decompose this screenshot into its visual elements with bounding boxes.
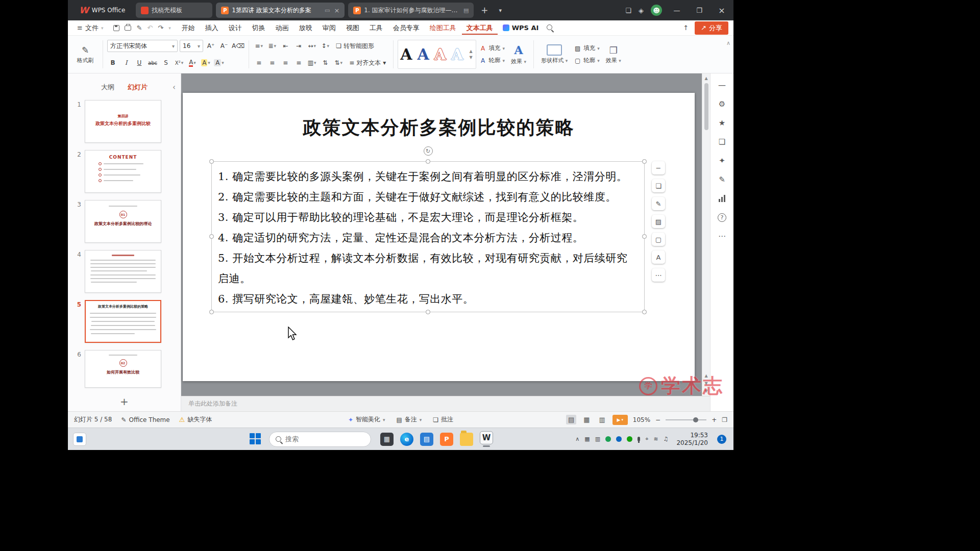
menu-insert[interactable]: 插入 [201, 21, 223, 35]
placeholder-button[interactable]: ▢ [652, 233, 665, 246]
slide-thumbnail-4[interactable]: 4 [73, 250, 179, 293]
new-tab-button[interactable]: + [477, 5, 492, 15]
collapse-tools-button[interactable]: − [652, 161, 665, 174]
vertical-scrollbar[interactable]: ▲ ▲ ▼ ▼ [702, 73, 710, 396]
collapse-ribbon-icon[interactable]: ∧ [726, 40, 730, 46]
smart-beautify-toggle[interactable]: ✦ 智能美化 ▾ [348, 415, 385, 424]
gallery-down-icon[interactable]: ▼ [469, 55, 472, 60]
align-right-button[interactable]: ≡ [280, 57, 291, 68]
wordart-gallery[interactable]: A A A A ▲ ▼ [398, 40, 476, 69]
favorites-star-icon[interactable]: ★ [717, 118, 728, 128]
menu-design[interactable]: 设计 [224, 21, 247, 35]
clear-format-button[interactable]: A⌫ [232, 40, 244, 52]
font-name-select[interactable]: 方正书宋简体 ▾ [107, 40, 178, 52]
underline-button[interactable]: U [134, 57, 145, 68]
slide-thumbnail-5[interactable]: 5 政策文本分析多案例比较的策略 [73, 300, 179, 343]
tab-template-site[interactable]: 找稿壳模板 [136, 3, 212, 18]
tab-slides[interactable]: 幻灯片 [128, 83, 148, 92]
fill-button[interactable]: ▨ [652, 215, 665, 228]
zoom-slider[interactable] [666, 419, 706, 420]
notes-placeholder[interactable]: 单击此处添加备注 [181, 396, 710, 411]
resize-handle-e[interactable] [642, 234, 647, 239]
align-left-button[interactable]: ≡ [253, 57, 264, 68]
collapse-sidebar-icon[interactable]: — [717, 81, 728, 90]
format-painter-button[interactable]: ✎ 格式刷 [72, 38, 99, 70]
line-spacing-button[interactable]: ⇅ [320, 57, 331, 68]
scrollbar-thumb[interactable] [704, 83, 708, 130]
bold-button[interactable]: B [107, 57, 118, 68]
close-button[interactable]: × [714, 6, 729, 15]
app-wps-active[interactable]: W [480, 431, 493, 447]
resize-handle-se[interactable] [642, 310, 647, 314]
shape-effects-button[interactable]: ❒ 效果 ▾ [603, 38, 624, 70]
shape-style-button[interactable]: 形状样式 ▾ [538, 38, 571, 70]
format-painter-icon[interactable]: ✎ [136, 24, 142, 32]
menu-review[interactable]: 审阅 [318, 21, 340, 35]
notes-button[interactable]: ▤ 备注 ▾ [396, 415, 422, 424]
tab-list-caret[interactable]: ▾ [496, 7, 506, 14]
slide-title[interactable]: 政策文本分析多案例比较的策略 [183, 115, 695, 140]
bullets-button[interactable]: ≡▾ [253, 40, 264, 52]
layers-button[interactable]: ❏ [652, 179, 665, 192]
increase-indent-button[interactable]: ⇥ [293, 40, 304, 52]
layout-panel-icon[interactable]: ❏ [717, 137, 728, 146]
tray-chart-icon[interactable]: ▥ [595, 436, 600, 442]
tab-outline[interactable]: 大纲 [101, 83, 114, 92]
superscript-button[interactable]: X²▾ [174, 57, 185, 68]
smart-graphic-button[interactable]: ❏ 转智能图形 [333, 40, 377, 52]
chart-stats-icon[interactable] [717, 194, 728, 203]
shape-fill-button[interactable]: ▨ 填充 ▾ [574, 43, 600, 54]
save-icon[interactable] [113, 25, 119, 31]
menu-text-tools[interactable]: 文本工具 [462, 21, 498, 35]
zoom-out-button[interactable]: − [655, 416, 660, 423]
slide-thumbnail-6[interactable]: 6 02 如何开展有效比较 [73, 350, 179, 388]
slide-canvas[interactable]: 政策文本分析多案例比较的策略 ↻ 1. 确定 [181, 73, 702, 396]
menu-home[interactable]: 开始 [177, 21, 200, 35]
slide-thumbnail-1[interactable]: 1 第四讲 政策文本分析的多案例比较 [73, 100, 179, 143]
fit-to-window-icon[interactable]: ❐ [722, 416, 727, 423]
menu-slideshow[interactable]: 放映 [295, 21, 317, 35]
wordart-style-1[interactable]: A [400, 47, 412, 62]
font-color-button[interactable]: A▾ [187, 57, 198, 68]
wordart-style-2[interactable]: A [418, 47, 429, 62]
beautify-wand-icon[interactable]: ✦ [717, 156, 728, 165]
microphone-icon[interactable] [638, 437, 640, 441]
shape-outline-button[interactable]: ▢ 轮廓 ▾ [574, 55, 600, 66]
app-edge-icon[interactable]: e [400, 433, 413, 446]
theme-button[interactable]: ✎ Office Theme [121, 416, 169, 423]
char-shading-button[interactable]: A▾ [213, 57, 225, 68]
file-menu[interactable]: ≡ 文件 ▾ [73, 23, 107, 33]
hidden-icons-chevron[interactable]: ∧ [575, 436, 579, 442]
taskbar-clock[interactable]: 19:53 2025/1/20 [676, 432, 708, 447]
file-explorer-icon[interactable] [460, 433, 473, 446]
more-tools-button[interactable]: ⋯ [652, 268, 665, 282]
menu-tools[interactable]: 工具 [365, 21, 387, 35]
missing-font-warning[interactable]: ⚠ 缺失字体 [179, 415, 212, 424]
tray-green-app-icon[interactable] [605, 436, 611, 442]
slide-editor[interactable]: 政策文本分析多案例比较的策略 ↻ 1. 确定 [183, 93, 695, 381]
scroll-up-icon[interactable]: ▲ [704, 74, 707, 82]
app-blue-icon[interactable]: ▤ [420, 433, 433, 446]
volume-icon[interactable]: ♫ [664, 436, 669, 442]
text-fill-button[interactable]: A 填充 ▾ [479, 43, 505, 54]
search-input[interactable] [285, 435, 357, 443]
text-direction-button[interactable]: ↕▾ [320, 40, 331, 52]
upload-icon[interactable]: ↑ [683, 24, 689, 32]
text-shadow-button[interactable]: S [160, 57, 172, 68]
text-effects-button[interactable]: A 效果 ▾ [508, 38, 529, 70]
slideshow-play-button[interactable]: ▶ ▾ [612, 415, 628, 425]
rotate-handle[interactable]: ↻ [424, 146, 433, 156]
format-brush-button[interactable]: ✎ [652, 197, 665, 210]
wordart-style-4[interactable]: A [451, 47, 463, 62]
premium-diamond-icon[interactable]: ◈ [639, 7, 644, 14]
app-snipping-icon[interactable]: ▦ [380, 433, 394, 446]
increase-font-button[interactable]: A⁺ [205, 40, 216, 52]
wps-ai-button[interactable]: WPS AI [499, 24, 543, 32]
text-outline-button[interactable]: A 轮廓 ▾ [479, 55, 505, 66]
tab-other-document[interactable]: P 1. 国家审计如何参与腐败治理—… ▤ [348, 3, 474, 18]
highlight-color-button[interactable]: A▾ [200, 57, 211, 68]
comments-button[interactable]: ❏ 批注 [433, 415, 453, 424]
align-text-button[interactable]: ≡ 对齐文本 ▾ [346, 57, 389, 69]
resize-handle-nw[interactable] [209, 159, 214, 164]
share-button[interactable]: ↗ 分享 [695, 21, 728, 35]
